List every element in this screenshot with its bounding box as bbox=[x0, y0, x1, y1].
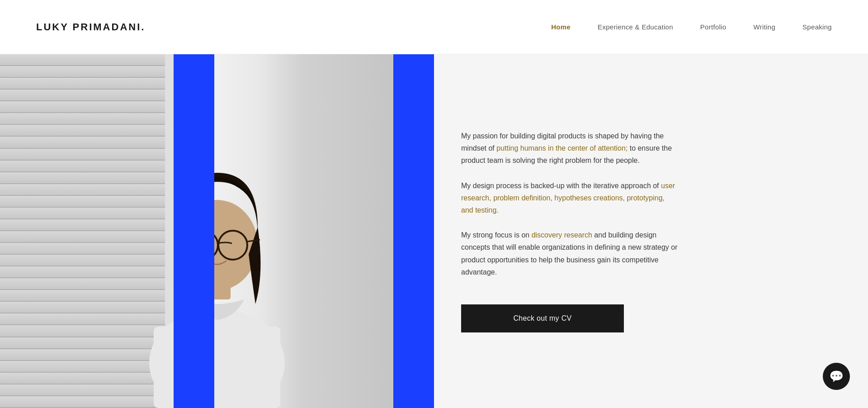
nav-item-writing[interactable]: Writing bbox=[754, 23, 776, 31]
nav-item-speaking[interactable]: Speaking bbox=[802, 23, 832, 31]
nav-item-portfolio[interactable]: Portfolio bbox=[700, 23, 726, 31]
blue-accent-left bbox=[174, 54, 214, 408]
hero-content-area: My passion for building digital products… bbox=[434, 54, 868, 408]
hero-photo-area bbox=[0, 54, 434, 408]
site-logo[interactable]: LUKY PRIMADANI. bbox=[36, 21, 145, 33]
main-nav: Home Experience & Education Portfolio Wr… bbox=[551, 23, 832, 31]
hero-paragraph-2: My design process is backed-up with the … bbox=[461, 180, 678, 217]
cv-button[interactable]: Check out my CV bbox=[461, 304, 624, 332]
highlight-2: user research, problem definition, hypot… bbox=[461, 182, 675, 214]
hero-paragraph-3: My strong focus is on discovery research… bbox=[461, 229, 678, 278]
nav-item-home[interactable]: Home bbox=[551, 23, 571, 31]
header: LUKY PRIMADANI. Home Experience & Educat… bbox=[0, 0, 868, 54]
hero-section: My passion for building digital products… bbox=[0, 54, 868, 408]
highlight-1: putting humans in the center of attentio… bbox=[496, 144, 627, 152]
highlight-3: discovery research bbox=[532, 231, 592, 239]
nav-item-experience[interactable]: Experience & Education bbox=[598, 23, 673, 31]
hero-text-block: My passion for building digital products… bbox=[461, 130, 678, 332]
svg-rect-1 bbox=[154, 327, 280, 408]
chat-icon: 💬 bbox=[829, 370, 844, 384]
person-figure bbox=[140, 72, 294, 408]
blue-accent-right bbox=[393, 54, 434, 408]
hero-paragraph-1: My passion for building digital products… bbox=[461, 130, 678, 167]
chat-widget[interactable]: 💬 bbox=[823, 363, 850, 390]
